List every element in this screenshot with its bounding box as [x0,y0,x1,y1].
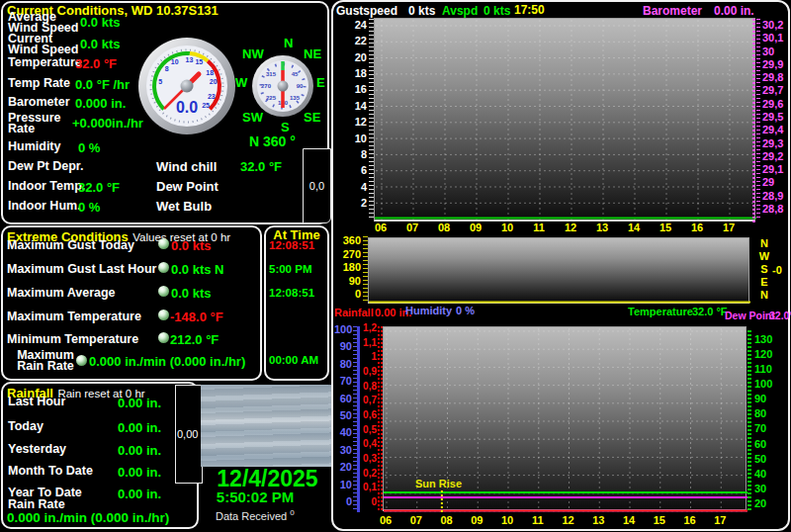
x-axis-tick: 06 [370,222,392,233]
at-time-max-gust-last-hour: 5:00 PM [269,263,311,275]
axis-tick: 110 [754,364,778,374]
value-max-rain-rate: 0.000 in./min (0.000 in./hr) [89,354,245,369]
temperature-tick-marks [747,330,751,510]
value-yesterday: 0.00 in. [118,443,161,458]
label-dew-point: Dew Point [156,181,219,192]
label-month-to-date: Month To Date [8,466,93,477]
x-axis-tick: 16 [686,222,708,233]
value-min-temperature: 212.0 °F [170,332,219,347]
label-today: Today [8,421,44,432]
wind-speed-gauge[interactable]: 5810131518202325 0.0 [135,35,238,137]
label-yesterday: Yesterday [8,444,66,455]
axis-tick: 1,2 [361,323,377,333]
graph-time-label: 17:50 [514,3,545,17]
label-current-wind-speed: Current Wind Speed [8,34,81,55]
axis-tick: 18 [339,68,367,78]
axis-tick: 30 [334,445,352,455]
axis-tick: 0,9 [361,367,377,377]
label-wind-chill: Wind chill [156,161,217,172]
svg-text:13: 13 [186,56,194,63]
led-icon [158,238,169,249]
axis-tick: 120 [754,349,778,359]
axis-tick: 29,6 [762,99,790,109]
rainfall-axis-dotted-left [378,326,380,512]
axis-tick: 0,2 [361,469,377,479]
rain-mini-value: 0,00 [177,428,198,440]
time-display: 5:50:02 PM [201,488,309,505]
x-axis-tick: 12 [560,222,581,233]
axis-tick: 50 [334,410,352,420]
label-max-gust-today: Maximum Gust Today [7,240,134,251]
weather-display-app: Current Conditions, WD 10.37S131 Average… [0,0,791,532]
axis-tick: 180 [335,262,361,272]
axis-tick: 70 [754,423,778,433]
wind-direction-plot[interactable] [368,237,749,304]
axis-tick: 28,8 [762,204,790,214]
axis-tick: 8 [339,149,367,159]
axis-tick: 100 [334,324,352,334]
sunrise-annotation-label: Sun Rise [415,478,462,489]
axis-tick: 0,1 [361,483,377,492]
axis-tick: 30 [754,484,778,493]
led-icon [158,286,169,297]
value-month-to-date: 0.00 in. [118,465,161,480]
x-axis-tick: 09 [465,222,486,233]
x-axis-tick: 06 [375,514,396,526]
x-axis-tick: 14 [623,222,645,233]
axis-tick: 0,6 [361,410,377,420]
compass-point-sw: SW [242,110,263,125]
axis-tick: 0,5 [361,425,377,435]
value-max-gust-last-hour: 0.0 kts N [171,262,223,277]
x-axis-tick: 14 [618,514,640,526]
compass-hub [278,81,289,92]
label-indoor-temp: Indoor Temp. [8,181,85,192]
axis-tick: W [757,251,771,261]
label-max-gust-last-hour: Maximum Gust Last Hour [7,264,156,275]
axis-tick: 30,2 [762,20,790,30]
barometer-series-label: Barometer [643,4,702,18]
barometer-series-value: 0.00 in. [714,4,754,18]
led-icon [158,332,169,343]
rain-humidity-temp-dew-plot[interactable]: Sun Rise [383,326,747,511]
x-axis-tick: 08 [436,514,458,526]
svg-text:15: 15 [195,58,203,65]
x-axis-tick: 13 [591,222,613,233]
label-temperature: Temperature [8,57,82,68]
gust-left-axis-ticks: 24222018161412108642 [339,20,367,208]
svg-text:135: 135 [290,95,301,101]
svg-text:315: 315 [266,71,277,77]
gust-x-axis-labels: 060708091011121314151617 [374,222,755,233]
axis-tick: 0,3 [361,454,377,464]
value-year-to-date: 0.00 in. [118,487,161,501]
axis-tick: 1 [361,352,377,362]
axis-tick: 28,9 [762,191,790,201]
gust-series-label: Gustspeed [336,4,397,18]
value-temperature: 32.0 °F [75,56,117,71]
x-axis-tick: 15 [649,514,670,526]
axis-tick: 90 [335,276,361,286]
current-conditions-panel: Current Conditions, WD 10.37S131 Average… [1,1,329,224]
axis-tick: 29,5 [762,112,790,122]
rainfall-panel: Rainfall Rain reset at 0 hr Last Hour 0.… [1,382,199,529]
value-max-gust-today: 0.0 kts [171,238,211,253]
label-wet-bulb: Wet Bulb [156,201,212,212]
barometer-right-tick-marks [756,19,760,219]
axis-tick: 0,4 [361,439,377,449]
axis-tick: 0,8 [361,382,377,392]
legend-temperature-label: Temperature [628,306,693,317]
label-min-temperature: Minimum Temperature [7,334,138,345]
at-time-max-gust-today: 12:08:51 [269,239,314,251]
axis-tick: 360 [335,235,361,245]
axis-tick: 0 [361,497,377,507]
gustspeed-barometer-plot[interactable] [374,18,755,222]
axis-tick: 60 [334,394,352,403]
value-last-hour: 0.00 in. [118,396,161,410]
avspd-series-value: 0 kts [483,4,510,18]
axis-tick: 29,3 [762,138,790,148]
axis-tick: 50 [754,454,778,464]
axis-tick: 0 [334,496,352,506]
axis-tick: 30 [762,46,790,56]
value-indoor-hum: 0 % [78,200,100,215]
axis-tick: S [757,264,771,274]
value-temp-rate: 0.0 °F /hr [75,77,130,92]
